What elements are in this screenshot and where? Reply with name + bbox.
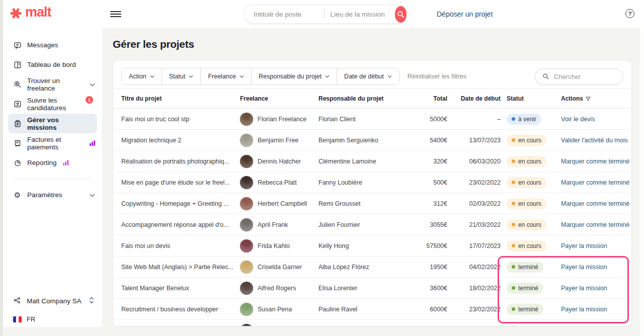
- freelance-avatar[interactable]: [240, 239, 253, 253]
- sidebar-item-reporting[interactable]: Reporting: [3, 153, 102, 173]
- project-title[interactable]: Migration technique 2: [121, 137, 240, 144]
- project-title[interactable]: Copywriting - Homepage + Greeting ...: [121, 200, 240, 207]
- freelance-cell: Rebecca Platt: [240, 176, 318, 189]
- row-action-link[interactable]: Marquer comme terminé: [561, 221, 629, 228]
- col-header-actions[interactable]: Actions: [561, 95, 623, 102]
- scrollbar-track[interactable]: [640, 28, 644, 336]
- status-badge: en cours: [507, 240, 546, 251]
- freelance-avatar[interactable]: [240, 155, 253, 168]
- freelance-avatar[interactable]: [240, 282, 253, 295]
- gear-icon: ⚙: [13, 191, 22, 199]
- col-header-freelance: Freelance: [240, 95, 318, 102]
- start-date: 13/07/2023: [447, 137, 501, 144]
- projects-card: Action Statut Freelance Responsable du p…: [113, 60, 632, 326]
- freelance-avatar[interactable]: [240, 218, 253, 231]
- help-icon[interactable]: ?: [625, 9, 634, 18]
- status-cell: en cours: [501, 198, 561, 209]
- chevron-down-icon[interactable]: [90, 191, 95, 199]
- responsable-name: Pauline Ravel: [318, 306, 410, 313]
- freelance-avatar[interactable]: [240, 134, 253, 147]
- project-title[interactable]: Fais moi un devis: [121, 242, 240, 249]
- freelance-avatar[interactable]: [240, 303, 253, 316]
- mission-location-input[interactable]: [331, 11, 395, 18]
- status-cell: en cours: [501, 240, 561, 251]
- status-cell: en cours: [501, 177, 561, 188]
- freelance-name: Benjamin Free: [258, 137, 298, 144]
- row-action-link[interactable]: Marquer comme terminé: [561, 179, 629, 186]
- col-header-title: Titre du projet: [121, 95, 240, 102]
- filter-action-dropdown[interactable]: Action: [122, 68, 162, 85]
- freelance-avatar[interactable]: [240, 324, 253, 327]
- status-label: en cours: [518, 179, 541, 186]
- sidebar-item-label: Suivre les candidatures: [27, 97, 95, 112]
- freelance-cell: Frida Kahlo: [240, 239, 318, 253]
- project-title[interactable]: Réalisation de portraits photographiq...: [121, 158, 240, 165]
- freelance-name: April Frank: [258, 221, 288, 228]
- sidebar-item-find-freelance[interactable]: Trouver un freelance: [3, 74, 102, 94]
- table-row: Fais moi un truc cool stpFlorian Freelan…: [113, 109, 631, 130]
- reset-filters-link[interactable]: Réinitialiser les filtres: [408, 73, 466, 80]
- hamburger-menu-icon[interactable]: [110, 10, 121, 19]
- project-title[interactable]: Fais moi un truc cool stp: [121, 116, 240, 123]
- freelance-avatar[interactable]: [240, 261, 253, 274]
- project-title[interactable]: Recruitment / business developper: [121, 306, 240, 313]
- filter-responsable-dropdown[interactable]: Responsable du projet: [252, 68, 337, 85]
- freelance-name: Dennis Hatcher: [258, 158, 301, 165]
- row-action-link[interactable]: Marquer comme terminé: [561, 200, 629, 207]
- sidebar-item-applications[interactable]: Suivre les candidatures 1: [3, 94, 102, 114]
- status-cell: [501, 325, 561, 327]
- freelance-name: Rebecca Platt: [258, 179, 297, 186]
- row-action-link[interactable]: Voir le devis: [561, 116, 595, 123]
- row-action-link[interactable]: Payer la mission: [561, 285, 607, 292]
- actions-cell: Voir le devis: [561, 116, 623, 123]
- freelance-cell: [240, 324, 318, 327]
- filter-statut-dropdown[interactable]: Statut: [162, 68, 201, 85]
- status-cell: en cours: [501, 135, 561, 146]
- freelance-avatar[interactable]: [240, 197, 253, 210]
- freelance-cell: Dennis Hatcher: [240, 155, 318, 168]
- malt-logo[interactable]: malt: [9, 6, 51, 21]
- sidebar-item-manage-missions[interactable]: Gérer vos missions: [8, 114, 97, 133]
- row-action-link[interactable]: Payer la mission: [561, 306, 607, 313]
- actions-cell: Payer la mission: [561, 242, 623, 249]
- sidebar-item-label: Gérer vos missions: [27, 116, 90, 131]
- status-dot: [512, 159, 515, 163]
- row-action-link[interactable]: Payer la mission: [561, 264, 607, 271]
- sidebar-item-dashboard[interactable]: Tableau de bord: [3, 55, 102, 74]
- sidebar-item-settings[interactable]: ⚙ Paramètres: [3, 185, 102, 205]
- row-action-link[interactable]: Marquer comme terminé: [561, 158, 629, 165]
- bar-chart-icon: [90, 140, 95, 146]
- freelance-avatar[interactable]: [240, 176, 253, 189]
- chevron-down-icon: [150, 75, 154, 78]
- row-action-link[interactable]: Valider l'activité du mois: [561, 137, 628, 144]
- status-dot: [512, 138, 515, 142]
- status-cell: terminé: [501, 283, 561, 294]
- filter-date-dropdown[interactable]: Date de début: [337, 68, 399, 85]
- table-body: Fais moi un truc cool stpFlorian Freelan…: [113, 109, 631, 326]
- company-switcher[interactable]: Malt Company SA: [3, 296, 102, 306]
- filter-freelance-dropdown[interactable]: Freelance: [201, 68, 252, 85]
- status-dot: [512, 286, 515, 290]
- sidebar-item-messages[interactable]: Messages: [3, 35, 102, 55]
- sidebar-item-invoices[interactable]: Factures et paiements: [3, 133, 102, 153]
- language-selector[interactable]: FR: [3, 315, 102, 323]
- freelance-cell: Criselda Garner: [240, 261, 318, 274]
- project-title[interactable]: Site Web Malt (Anglais) > Partie Relec..…: [121, 264, 240, 271]
- status-label: en cours: [518, 158, 541, 165]
- table-search-input[interactable]: [554, 73, 609, 80]
- project-title[interactable]: Accompagnement réponse appel d'o...: [121, 221, 240, 228]
- row-action-link[interactable]: Payer la mission: [561, 242, 607, 249]
- freelance-avatar[interactable]: [240, 113, 253, 126]
- status-cell: terminé: [501, 304, 561, 315]
- start-date: 18/02/2022: [447, 285, 501, 292]
- chat-icon: [13, 41, 22, 49]
- actions-cell: Valider l'activité du mois: [561, 137, 628, 144]
- job-title-input[interactable]: [254, 11, 318, 18]
- freelance-cell: Alfred Rogers: [240, 282, 318, 295]
- chevron-down-icon[interactable]: [90, 80, 95, 88]
- search-button[interactable]: [395, 6, 407, 23]
- post-project-link[interactable]: Déposer un projet: [437, 10, 493, 18]
- project-title[interactable]: Mise en page d'une étude sur le freel...: [121, 179, 240, 186]
- freelance-cell: April Frank: [240, 218, 318, 231]
- project-title[interactable]: Talent Manager Benelux: [121, 285, 240, 292]
